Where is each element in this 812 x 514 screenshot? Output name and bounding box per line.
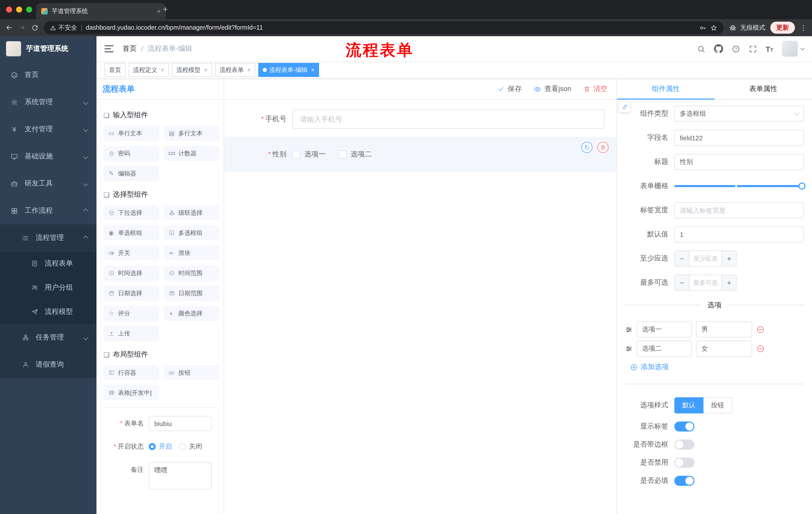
palette-item-radio-group[interactable]: ◉ 单选框组 xyxy=(104,225,159,240)
security-warning-icon[interactable]: 不安全 xyxy=(50,23,77,32)
sidebar-item-infrastructure[interactable]: 基础设施 xyxy=(0,143,96,170)
palette-item-rate[interactable]: ☆ 评分 xyxy=(104,306,159,321)
zoom-window-button[interactable] xyxy=(26,6,32,12)
plus-button[interactable]: + xyxy=(722,251,736,266)
tag-process-definition[interactable]: 流程定义 × xyxy=(128,63,169,77)
style-default-button[interactable]: 默认 xyxy=(674,397,703,413)
plus-button[interactable]: + xyxy=(722,275,736,290)
status-off-radio[interactable] xyxy=(179,443,186,450)
sidebar-item-leave-query[interactable]: 请假查询 xyxy=(0,351,96,378)
palette-item-date-picker[interactable]: 日期选择 xyxy=(104,286,159,301)
drag-handle-icon[interactable] xyxy=(625,326,633,333)
sidebar-item-payment[interactable]: ¥ 支付管理 xyxy=(0,116,96,143)
avatar[interactable] xyxy=(782,41,798,57)
palette-item-time-range[interactable]: 时间范围 xyxy=(164,266,219,281)
sidebar-logo[interactable]: 芋道管理系统 xyxy=(0,36,96,61)
close-icon[interactable]: × xyxy=(311,66,315,74)
view-json-button[interactable]: 查看json xyxy=(534,84,571,93)
form-name-input[interactable] xyxy=(149,416,211,431)
url-text[interactable]: dashboard.yudao.iocoder.cn/bpm/manager/f… xyxy=(86,24,696,31)
sidebar-item-system[interactable]: 系统管理 xyxy=(0,88,96,116)
hamburger-icon[interactable] xyxy=(105,45,114,52)
close-window-button[interactable] xyxy=(6,6,12,12)
palette-item-color-picker[interactable]: ◐ 颜色选择 xyxy=(164,306,219,321)
option-value-input[interactable] xyxy=(696,341,752,357)
sidebar-item-process-model[interactable]: 流程模型 xyxy=(0,300,96,324)
tag-process-model[interactable]: 流程模型 × xyxy=(172,63,212,77)
component-type-select[interactable]: 多选框组 xyxy=(674,106,804,122)
password-key-icon[interactable] xyxy=(699,24,706,31)
close-icon[interactable]: × xyxy=(204,66,207,74)
show-label-switch[interactable] xyxy=(674,422,694,432)
reload-icon[interactable] xyxy=(31,24,39,31)
field-name-input[interactable] xyxy=(674,130,804,146)
sidebar-item-task-management[interactable]: 任务管理 xyxy=(0,324,96,351)
github-icon[interactable] xyxy=(714,44,723,54)
sidebar-item-devtools[interactable]: 研发工具 xyxy=(0,170,96,197)
slider-handle[interactable] xyxy=(799,183,806,190)
breadcrumb-home[interactable]: 首页 xyxy=(123,44,137,53)
sidebar-item-home[interactable]: 首页 xyxy=(0,61,96,88)
checkbox-option-1[interactable] xyxy=(292,151,300,158)
add-option-button[interactable]: 添加选项 xyxy=(630,362,804,372)
option-label-input[interactable] xyxy=(637,341,692,357)
required-switch[interactable] xyxy=(674,476,694,486)
option-value-input[interactable] xyxy=(696,321,752,337)
tag-home[interactable]: 首页 xyxy=(105,63,126,77)
phone-field[interactable]: 手机号 xyxy=(236,110,605,129)
window-controls[interactable] xyxy=(6,6,32,12)
phone-input[interactable] xyxy=(292,110,605,129)
gender-field[interactable]: 性别 选项一 选项二 xyxy=(236,150,605,159)
remove-option-icon[interactable] xyxy=(756,344,765,353)
style-button-button[interactable]: 按钮 xyxy=(703,397,732,413)
minus-button[interactable]: − xyxy=(675,251,689,266)
border-switch[interactable] xyxy=(674,439,694,450)
max-select-input[interactable] xyxy=(689,275,722,290)
copy-component-button[interactable] xyxy=(581,142,592,153)
status-on-radio[interactable] xyxy=(149,443,156,450)
close-icon[interactable]: × xyxy=(247,66,251,74)
palette-item-upload[interactable]: 上传 xyxy=(104,326,159,341)
sidebar-item-workflow[interactable]: 工作流程 xyxy=(0,197,96,224)
palette-item-button[interactable]: 按钮 xyxy=(164,365,219,380)
gender-field-selected[interactable]: 性别 选项一 选项二 xyxy=(224,137,616,172)
sidebar-item-user-group[interactable]: 用户分组 xyxy=(0,276,96,300)
disabled-switch[interactable] xyxy=(674,458,694,468)
minimize-window-button[interactable] xyxy=(16,6,22,12)
palette-item-text-input[interactable]: ▭ 单行文本 xyxy=(104,126,159,141)
user-menu[interactable] xyxy=(782,41,804,57)
palette-item-textarea[interactable]: ▤ 多行文本 xyxy=(164,126,219,141)
new-tab-button[interactable]: + xyxy=(163,4,168,15)
browser-menu-icon[interactable]: ⋮ xyxy=(800,24,807,32)
browser-tab[interactable]: 芋道管理系统 × xyxy=(36,3,166,19)
checkbox-option-2[interactable] xyxy=(339,151,347,158)
link-icon[interactable] xyxy=(619,101,630,112)
form-remark-textarea[interactable]: 嘿嘿 xyxy=(149,462,211,489)
close-icon[interactable]: × xyxy=(161,66,164,74)
slider-track[interactable] xyxy=(674,185,804,187)
remove-option-icon[interactable] xyxy=(756,325,765,334)
sidebar-item-process-form[interactable]: 流程表单 xyxy=(0,251,96,276)
tag-process-form[interactable]: 流程表单 × xyxy=(215,63,255,77)
sidebar-item-process-management[interactable]: 流程管理 xyxy=(0,224,96,251)
font-size-icon[interactable]: TT xyxy=(765,45,773,53)
search-icon[interactable] xyxy=(697,44,705,54)
delete-component-button[interactable] xyxy=(598,142,609,153)
palette-item-table[interactable]: 表格[开发中] xyxy=(104,385,159,400)
save-button[interactable]: 保存 xyxy=(498,84,522,93)
bookmark-star-icon[interactable] xyxy=(710,24,718,31)
palette-item-checkbox-group[interactable]: ☑ 多选框组 xyxy=(164,225,219,240)
label-width-input[interactable] xyxy=(674,202,804,218)
tab-form-properties[interactable]: 表单属性 xyxy=(715,79,812,99)
palette-item-time-picker[interactable]: 时间选择 xyxy=(104,266,159,281)
palette-item-select[interactable]: 下拉选择 xyxy=(104,205,159,220)
default-value-input[interactable] xyxy=(674,226,804,242)
fullscreen-icon[interactable] xyxy=(749,44,757,54)
palette-item-password[interactable]: 密码 xyxy=(104,146,159,161)
form-grid-slider[interactable] xyxy=(674,178,804,194)
palette-item-counter[interactable]: 123 计数器 xyxy=(164,146,219,161)
status-on-label[interactable]: 开启 xyxy=(159,442,172,451)
tag-process-form-edit[interactable]: 流程表单-编辑 × xyxy=(258,63,319,77)
palette-item-date-range[interactable]: 日期范围 xyxy=(164,286,219,301)
min-select-input[interactable] xyxy=(689,251,722,266)
